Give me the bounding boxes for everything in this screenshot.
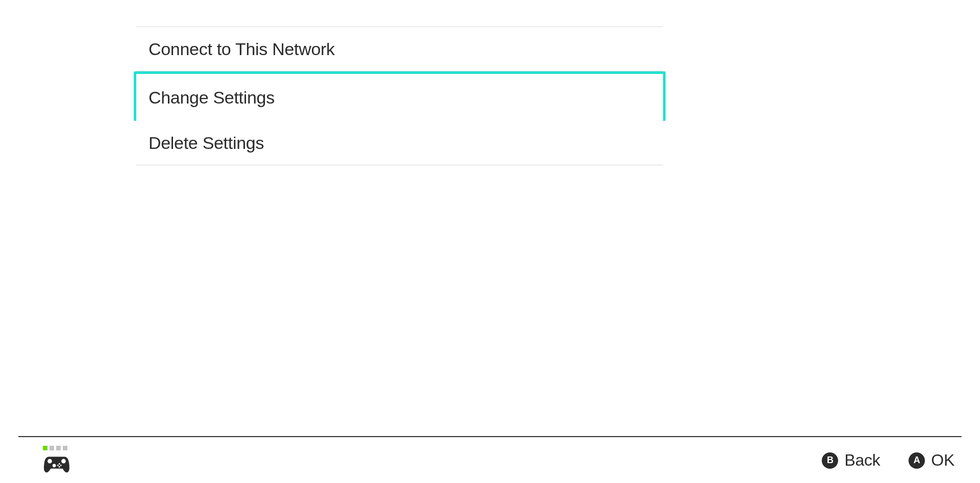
svg-point-3 xyxy=(59,463,60,465)
player-dot-3 xyxy=(56,446,61,450)
player-dot-1 xyxy=(43,446,47,450)
menu-item-label: Change Settings xyxy=(149,88,275,108)
menu-item-label: Connect to This Network xyxy=(149,39,335,59)
menu-item-change-settings[interactable]: Change Settings xyxy=(134,71,666,121)
svg-point-2 xyxy=(53,464,56,467)
menu-item-connect-network[interactable]: Connect to This Network xyxy=(136,27,663,71)
svg-point-1 xyxy=(61,459,66,464)
hint-label: Back xyxy=(844,451,880,470)
a-button-icon: A xyxy=(909,452,925,469)
svg-point-5 xyxy=(59,466,60,468)
svg-point-4 xyxy=(60,465,62,466)
footer-divider xyxy=(18,436,962,437)
menu-item-label: Delete Settings xyxy=(149,133,264,153)
svg-point-6 xyxy=(57,465,59,466)
controller-icon xyxy=(42,453,71,474)
menu-item-delete-settings[interactable]: Delete Settings xyxy=(136,121,663,165)
footer-actions: B Back A OK xyxy=(822,451,954,470)
player-indicators xyxy=(43,446,67,450)
player-dot-4 xyxy=(63,446,67,450)
svg-point-0 xyxy=(47,459,52,464)
network-menu: Connect to This Network Change Settings … xyxy=(136,27,663,165)
b-button-icon: B xyxy=(822,452,838,469)
hint-back[interactable]: B Back xyxy=(822,451,880,470)
hint-label: OK xyxy=(931,451,954,470)
hint-ok[interactable]: A OK xyxy=(909,451,954,470)
player-dot-2 xyxy=(50,446,54,450)
controller-status xyxy=(42,446,71,474)
